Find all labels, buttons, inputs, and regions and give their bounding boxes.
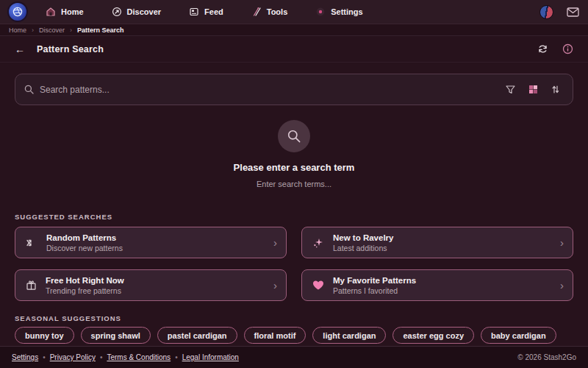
card-subtitle: Trending free patterns bbox=[46, 286, 265, 295]
avatar[interactable] bbox=[539, 5, 553, 19]
card-my-favorite-patterns[interactable]: My Favorite Patterns Patterns I favorite… bbox=[301, 269, 573, 301]
empty-state-circle bbox=[278, 120, 310, 152]
copyright-text: © 2026 Stash2Go bbox=[517, 353, 576, 361]
chevron-right-icon: › bbox=[560, 237, 564, 248]
footer-separator: • bbox=[175, 353, 178, 361]
nav-item-feed[interactable]: Feed bbox=[182, 2, 231, 21]
search-bar bbox=[15, 74, 573, 105]
filter-icon bbox=[506, 85, 515, 94]
mail-icon bbox=[567, 7, 579, 17]
breadcrumb-home[interactable]: Home bbox=[9, 26, 26, 34]
gift-icon bbox=[26, 280, 37, 291]
discover-icon bbox=[112, 7, 122, 17]
sparkles-icon bbox=[312, 237, 324, 249]
nav-item-label: Discover bbox=[127, 7, 161, 16]
shuffle-icon bbox=[26, 237, 37, 248]
heart-icon bbox=[312, 280, 324, 291]
chip-baby-cardigan[interactable]: baby cardigan bbox=[481, 327, 556, 344]
footer-links: Settings • Privacy Policy • Terms & Cond… bbox=[12, 353, 239, 361]
nav-item-tools[interactable]: Tools bbox=[244, 2, 295, 21]
filter-button[interactable] bbox=[502, 85, 519, 94]
card-subtitle: Patterns I favorited bbox=[333, 286, 551, 295]
suggested-searches-heading: SUGGESTED SEARCHES bbox=[15, 213, 573, 221]
empty-state-title: Please enter a search term bbox=[234, 162, 355, 173]
footer-separator: • bbox=[100, 353, 103, 361]
chip-bunny-toy[interactable]: bunny toy bbox=[15, 327, 74, 344]
search-icon bbox=[24, 85, 34, 94]
chip-easter-egg-cozy[interactable]: easter egg cozy bbox=[392, 327, 474, 344]
page-title: Pattern Search bbox=[37, 44, 104, 54]
chip-light-cardigan[interactable]: light cardigan bbox=[312, 327, 386, 344]
chip-pastel-cardigan[interactable]: pastel cardigan bbox=[157, 327, 237, 344]
nav-item-settings[interactable]: Settings bbox=[308, 2, 370, 21]
grid-view-icon bbox=[528, 85, 538, 94]
nav-item-discover[interactable]: Discover bbox=[104, 2, 168, 21]
info-icon bbox=[562, 43, 573, 54]
search-icon bbox=[287, 129, 301, 144]
yarn-ball-icon bbox=[12, 7, 23, 17]
refresh-button[interactable] bbox=[534, 40, 551, 58]
card-free-hot-right-now[interactable]: Free Hot Right Now Trending free pattern… bbox=[15, 269, 287, 301]
back-arrow-icon: ← bbox=[15, 43, 25, 55]
refresh-icon bbox=[537, 43, 548, 54]
search-input[interactable] bbox=[40, 85, 496, 95]
nav-item-home[interactable]: Home bbox=[38, 2, 91, 21]
card-subtitle: Discover new patterns bbox=[46, 244, 265, 252]
nav-item-label: Home bbox=[61, 7, 84, 16]
grid-view-button[interactable] bbox=[525, 85, 542, 94]
nav-item-label: Tools bbox=[267, 7, 288, 16]
suggested-searches-grid: Random Patterns Discover new patterns › … bbox=[15, 227, 573, 301]
chevron-right-icon: › bbox=[273, 280, 277, 291]
card-random-patterns[interactable]: Random Patterns Discover new patterns › bbox=[15, 227, 287, 258]
top-navigation: Home Discover Feed Tools Settings bbox=[0, 0, 588, 24]
seasonal-chips: bunny toy spring shawl pastel cardigan f… bbox=[15, 327, 573, 346]
settings-icon bbox=[315, 7, 326, 17]
card-new-to-ravelry[interactable]: New to Ravelry Latest additions › bbox=[301, 227, 573, 258]
chevron-right-icon: › bbox=[560, 280, 564, 291]
chevron-right-icon: › bbox=[273, 237, 277, 248]
breadcrumb-separator: › bbox=[32, 26, 34, 34]
nav-item-label: Settings bbox=[331, 7, 362, 16]
card-title: Free Hot Right Now bbox=[46, 276, 265, 285]
mail-button[interactable] bbox=[567, 7, 579, 17]
nav-item-label: Feed bbox=[204, 7, 223, 16]
chip-spring-shawl[interactable]: spring shawl bbox=[81, 327, 151, 344]
tools-icon bbox=[251, 7, 262, 17]
footer-link-settings[interactable]: Settings bbox=[12, 353, 38, 361]
breadcrumb-current: Pattern Search bbox=[77, 26, 124, 34]
card-title: Random Patterns bbox=[46, 233, 265, 242]
breadcrumb-separator: › bbox=[70, 26, 72, 34]
back-button[interactable]: ← bbox=[12, 41, 28, 57]
footer-link-privacy-policy[interactable]: Privacy Policy bbox=[50, 353, 96, 361]
card-texts: Free Hot Right Now Trending free pattern… bbox=[46, 276, 265, 295]
feed-icon bbox=[189, 7, 199, 17]
chip-floral-motif[interactable]: floral motif bbox=[244, 327, 306, 344]
card-title: New to Ravelry bbox=[333, 233, 551, 242]
footer: Settings • Privacy Policy • Terms & Cond… bbox=[0, 346, 588, 368]
home-icon bbox=[46, 7, 56, 17]
info-button[interactable] bbox=[559, 40, 576, 58]
card-texts: Random Patterns Discover new patterns bbox=[46, 233, 265, 252]
footer-link-terms-conditions[interactable]: Terms & Conditions bbox=[107, 353, 171, 361]
breadcrumb-discover[interactable]: Discover bbox=[39, 26, 65, 34]
app-logo[interactable] bbox=[9, 3, 26, 21]
card-texts: My Favorite Patterns Patterns I favorite… bbox=[333, 276, 551, 295]
empty-state-subtitle: Enter search terms... bbox=[257, 180, 331, 188]
empty-state: Please enter a search term Enter search … bbox=[15, 105, 573, 188]
card-subtitle: Latest additions bbox=[333, 244, 551, 252]
sort-button[interactable] bbox=[548, 85, 564, 94]
sort-icon bbox=[551, 85, 560, 94]
main-content: Please enter a search term Enter search … bbox=[0, 63, 588, 346]
card-title: My Favorite Patterns bbox=[333, 276, 551, 285]
breadcrumb: Home › Discover › Pattern Search bbox=[0, 24, 588, 36]
footer-separator: • bbox=[43, 353, 46, 361]
seasonal-suggestions-heading: SEASONAL SUGGESTIONS bbox=[15, 314, 573, 322]
card-texts: New to Ravelry Latest additions bbox=[333, 233, 551, 252]
footer-link-legal-information[interactable]: Legal Information bbox=[182, 353, 239, 361]
page-header: ← Pattern Search bbox=[0, 36, 588, 63]
